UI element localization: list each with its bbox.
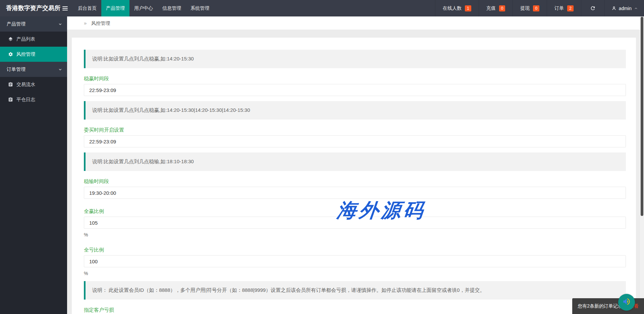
- field-lose-time: 稳输时间段: [84, 178, 626, 199]
- refresh-icon: [590, 5, 596, 11]
- field-label: 指定客户亏损: [84, 307, 626, 313]
- deposit-badge: 0: [499, 5, 505, 11]
- content-area: 说明:比如设置几点到几点稳赢,如:14:20-15:30 稳赢时间段 说明:比如…: [67, 30, 644, 314]
- sidebar-group-label: 产品管理: [7, 21, 25, 27]
- withdraw-stat[interactable]: 提现 0: [513, 0, 547, 16]
- withdraw-label: 提现: [520, 5, 530, 11]
- sidebar: 产品管理 产品列表 风控管理 订单管理 交: [0, 16, 67, 314]
- field-customer-loss: 指定客户亏损: [84, 307, 626, 314]
- main-area: » 风控管理 说明:比如设置几点到几点稳赢,如:14:20-15:30 稳赢时间…: [67, 16, 644, 314]
- gear-icon: [8, 52, 13, 57]
- top-status-area: 在线人数 1 充值 0 提现 0 订单 2: [435, 0, 644, 16]
- note-buy-time: 说明:比如设置几点到几点稳赢,如:14:20-15:30|14:20-15:30…: [84, 101, 626, 120]
- win-time-input[interactable]: [84, 84, 626, 96]
- page-title: 风控管理: [91, 20, 110, 26]
- deposit-stat[interactable]: 充值 0: [479, 0, 513, 16]
- speaker-icon: [622, 297, 631, 307]
- chevron-up-icon: [634, 6, 638, 10]
- toast-text: 您有2条新的订单记录,: [578, 303, 624, 309]
- percent-suffix: %: [84, 232, 626, 237]
- online-users-stat[interactable]: 在线人数 1: [435, 0, 479, 16]
- risk-control-form: 说明:比如设置几点到几点稳赢,如:14:20-15:30 稳赢时间段 说明:比如…: [72, 38, 636, 314]
- scrollbar-track: [640, 16, 644, 314]
- layers-icon: [8, 37, 13, 42]
- field-label: 全亏比例: [84, 247, 626, 253]
- online-users-badge: 1: [465, 5, 471, 11]
- tab-info-management[interactable]: 信息管理: [158, 0, 186, 16]
- chevron-down-icon: [58, 67, 62, 72]
- deposit-label: 充值: [486, 5, 496, 11]
- win-ratio-input[interactable]: [84, 217, 626, 229]
- refresh-button[interactable]: [581, 0, 604, 16]
- admin-page: 香港数字资产交易所 后台首页 产品管理 用户中心 信息管理 系统管理 在线人数 …: [0, 0, 644, 314]
- tab-user-center[interactable]: 用户中心: [129, 0, 158, 16]
- log-icon: [8, 82, 13, 87]
- sidebar-group-orders[interactable]: 订单管理: [0, 62, 67, 77]
- sidebar-group-product[interactable]: 产品管理: [0, 16, 67, 32]
- field-label: 稳赢时间段: [84, 76, 626, 82]
- tab-system-management[interactable]: 系统管理: [186, 0, 214, 16]
- app-logo: 香港数字资产交易所: [0, 0, 57, 16]
- field-win-time: 稳赢时间段: [84, 76, 626, 96]
- note-lose-time: 说明:比如设置几点到几点稳输,如:18:10-18:30: [84, 152, 626, 171]
- sidebar-item-label: 产品列表: [16, 36, 35, 42]
- lose-time-input[interactable]: [84, 187, 626, 199]
- field-label: 委买时间开启设置: [84, 127, 626, 133]
- note-member-loss: 说明： 此处设置会员ID（如：8888），多个用户用|符号分开（如：8888|9…: [84, 281, 626, 300]
- hamburger-icon: [62, 6, 68, 10]
- user-menu[interactable]: admin: [604, 0, 644, 16]
- sidebar-item-label: 平仓日志: [16, 97, 35, 103]
- user-icon: [611, 6, 616, 11]
- field-label: 稳输时间段: [84, 178, 626, 184]
- breadcrumb-arrow-icon: »: [84, 20, 87, 26]
- top-navbar: 香港数字资产交易所 后台首页 产品管理 用户中心 信息管理 系统管理 在线人数 …: [0, 0, 644, 16]
- field-buy-time: 委买时间开启设置: [84, 127, 626, 147]
- chevron-down-icon: [58, 22, 62, 26]
- sidebar-item-risk-control[interactable]: 风控管理: [0, 47, 67, 62]
- tab-product-management[interactable]: 产品管理: [101, 0, 129, 16]
- percent-suffix: %: [84, 271, 626, 276]
- field-loss-ratio: 全亏比例 %: [84, 247, 626, 276]
- online-users-label: 在线人数: [443, 5, 462, 11]
- loss-ratio-input[interactable]: [84, 255, 626, 267]
- sidebar-item-label: 交易流水: [16, 82, 35, 88]
- menu-collapse-button[interactable]: [57, 0, 73, 16]
- sidebar-item-trade-flow[interactable]: 交易流水: [0, 77, 67, 92]
- sidebar-item-label: 风控管理: [16, 51, 35, 57]
- note-win-time: 说明:比如设置几点到几点稳赢,如:14:20-15:30: [84, 50, 626, 68]
- orders-label: 订单: [554, 5, 564, 11]
- field-label: 全赢比例: [84, 208, 626, 214]
- sidebar-item-product-list[interactable]: 产品列表: [0, 32, 67, 47]
- buy-time-input[interactable]: [84, 135, 626, 147]
- sidebar-item-close-log[interactable]: 平仓日志: [0, 92, 67, 107]
- withdraw-badge: 0: [533, 5, 539, 11]
- sidebar-group-label: 订单管理: [7, 66, 25, 73]
- top-menu: 后台首页 产品管理 用户中心 信息管理 系统管理: [57, 0, 214, 16]
- orders-badge: 2: [567, 5, 574, 11]
- username: admin: [619, 6, 632, 11]
- orders-stat[interactable]: 订单 2: [547, 0, 581, 16]
- scrollbar-thumb[interactable]: [641, 17, 643, 216]
- field-win-ratio: 全赢比例 %: [84, 208, 626, 237]
- tab-dashboard[interactable]: 后台首页: [73, 0, 101, 16]
- sound-notification-button[interactable]: [618, 294, 635, 311]
- log-icon: [8, 97, 13, 102]
- breadcrumb: » 风控管理: [67, 16, 644, 30]
